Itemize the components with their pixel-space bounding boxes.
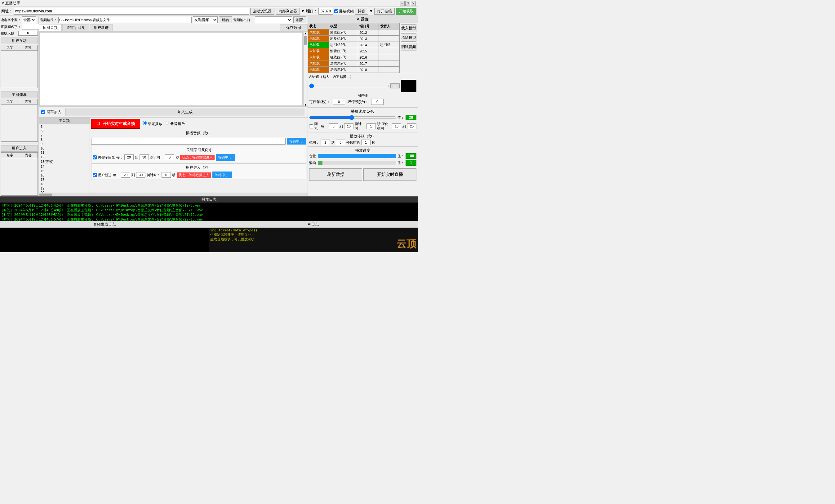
- list-item[interactable]: 15: [39, 169, 89, 173]
- main-text-area[interactable]: [39, 32, 303, 106]
- random-to-input[interactable]: [344, 123, 353, 129]
- pause-row: 范围： 到 停顿时长 秒: [309, 140, 416, 145]
- table-row[interactable]: 未加载晓依姐2代2016: [308, 54, 400, 60]
- user-waiting-button[interactable]: 等待中·。: [212, 172, 232, 178]
- table-row[interactable]: 未加载浩志弟2代2018: [308, 67, 400, 73]
- list-item[interactable]: 5: [39, 124, 89, 129]
- keyword-from-input[interactable]: [124, 155, 134, 160]
- user-enter-checkbox[interactable]: [93, 173, 97, 177]
- play-speed-slider[interactable]: [309, 115, 396, 120]
- audio-output-select[interactable]: [255, 16, 292, 23]
- inner-browser-button[interactable]: 内部浏览器: [276, 8, 300, 15]
- maximize-button[interactable]: □: [405, 1, 410, 6]
- tab-keyword-reply[interactable]: 关键字回复: [62, 24, 89, 31]
- end-play-radio[interactable]: [143, 121, 147, 125]
- keyword-checkbox[interactable]: [93, 155, 97, 159]
- h-scroll-thumb[interactable]: [39, 194, 52, 196]
- pause-to-input[interactable]: [336, 140, 345, 145]
- user-countdown-input[interactable]: [162, 172, 171, 178]
- refresh-data-button[interactable]: 刷新数据: [309, 168, 362, 181]
- start-browser-button[interactable]: 启动浏览器: [250, 8, 274, 15]
- audio-category-select[interactable]: 女鞋音频: [193, 16, 218, 23]
- list-item[interactable]: 10: [39, 146, 89, 150]
- speed-countdown-input[interactable]: [366, 123, 376, 129]
- pause-duration-input[interactable]: [361, 140, 370, 145]
- list-item[interactable]: 20: [39, 190, 89, 193]
- random-checkbox[interactable]: [309, 124, 313, 128]
- scroll-up-arrow[interactable]: ▲: [304, 32, 308, 35]
- list-item[interactable]: 13{停顿}: [39, 159, 89, 164]
- num-list[interactable]: 5678910111213{停顿}14151617181920212223: [39, 124, 89, 193]
- shield-video-checkbox[interactable]: [334, 9, 338, 13]
- insert-audio-seconds-label: 插播音频（秒）: [91, 130, 306, 137]
- list-item[interactable]: 17: [39, 177, 89, 182]
- list-item[interactable]: 14: [39, 164, 89, 169]
- user-from-input[interactable]: [121, 172, 130, 178]
- tabs-bar: 插播音频 关键字回复 用户新进 保存数据: [39, 24, 308, 32]
- close-button[interactable]: ✕: [411, 1, 416, 6]
- list-item[interactable]: 11: [39, 150, 89, 155]
- generate-button[interactable]: 加入生成: [65, 108, 305, 116]
- change-to-input[interactable]: [407, 123, 416, 129]
- table-row[interactable]: 未加载恰蕾姐2代2015: [308, 48, 400, 54]
- log-content: [时间] 2024年5月19日12时46分42秒》 正在播放主音频： C:\Us…: [0, 203, 418, 221]
- horizontal-scrollbar[interactable]: [39, 193, 308, 196]
- ai-log-title: AI日志: [209, 221, 418, 228]
- url-input[interactable]: [14, 8, 249, 15]
- can-pause-input[interactable]: [333, 99, 345, 105]
- shield-video-label[interactable]: 屏蔽视频: [334, 9, 354, 14]
- keyword-countdown-input[interactable]: [165, 155, 174, 160]
- list-item[interactable]: 9: [39, 142, 89, 146]
- audio-path-input[interactable]: [58, 17, 191, 23]
- overlay-play-radio[interactable]: [165, 121, 169, 125]
- app-title: AI直播助手: [2, 1, 399, 6]
- minimize-button[interactable]: ─: [400, 1, 405, 6]
- list-item[interactable]: 16: [39, 173, 89, 177]
- table-row[interactable]: 未加载彩玲姐2代2013: [308, 36, 400, 42]
- test-audio-button[interactable]: 测试音频: [401, 43, 416, 51]
- volume-track[interactable]: [318, 154, 396, 158]
- change-from-input[interactable]: [392, 123, 401, 129]
- list-item[interactable]: 18: [39, 182, 89, 186]
- read-name-select[interactable]: 全部: [22, 16, 36, 23]
- left-panel: 读名字个数： 全部 直播间名字： 隐藏 在线人数： 0 用户互动: [0, 16, 39, 196]
- table-row[interactable]: 未加载彩兰姐2代2012: [308, 29, 400, 36]
- tab-user-enter[interactable]: 用户新进: [89, 24, 113, 31]
- scroll-down-arrow[interactable]: ▼: [304, 103, 308, 106]
- tab-insert-audio[interactable]: 插播音频: [39, 24, 62, 31]
- refresh-audio-button[interactable]: 刷新: [293, 16, 306, 23]
- inner-browser-arrow-icon[interactable]: ▼: [301, 9, 305, 13]
- tab-save-data[interactable]: 保存数据: [280, 24, 308, 31]
- start-live-button[interactable]: 开始实时直播: [363, 168, 416, 181]
- jump-button[interactable]: 跳转: [219, 16, 232, 23]
- list-item[interactable]: 7: [39, 133, 89, 137]
- platform-arrow-icon[interactable]: ▼: [369, 9, 373, 13]
- list-item[interactable]: 19: [39, 186, 89, 190]
- ai-speed-slider[interactable]: [309, 84, 389, 88]
- open-link-button[interactable]: 打开链接: [374, 8, 395, 15]
- random-from-input[interactable]: [329, 123, 338, 129]
- table-row[interactable]: 未加载浩志弟2代2017: [308, 60, 400, 67]
- start-capture-button[interactable]: 开始获取: [396, 8, 416, 15]
- insert-waiting-button[interactable]: 等待中·。: [287, 138, 306, 144]
- list-item[interactable]: 6: [39, 129, 89, 133]
- scroll-thumb[interactable]: [304, 36, 307, 45]
- start-audio-button[interactable]: ☐开始实时生成音频: [91, 119, 140, 129]
- play-speed-title: 播放速度 1-40: [309, 109, 416, 114]
- insert-audio-input[interactable]: [91, 138, 286, 144]
- table-row[interactable]: 已加载思羽姐2代2014思羽姐: [308, 42, 400, 48]
- list-item[interactable]: 8: [39, 137, 89, 142]
- platform-button[interactable]: 抖音: [355, 8, 368, 15]
- main-scrollbar[interactable]: ▲ ▼: [303, 32, 308, 106]
- pause-from-input[interactable]: [321, 140, 330, 145]
- mix-track[interactable]: [318, 161, 396, 165]
- keyword-waiting-button[interactable]: 等待中·。: [216, 154, 235, 161]
- clear-model-button[interactable]: 清除模型: [401, 34, 416, 42]
- checkbox-row: 回车加入 加入生成: [39, 106, 308, 117]
- enter-add-checkbox[interactable]: [41, 110, 45, 114]
- user-to-input[interactable]: [136, 172, 145, 178]
- keyword-to-input[interactable]: [140, 155, 149, 160]
- list-item[interactable]: 12: [39, 155, 89, 159]
- load-model-button[interactable]: 载入模型: [401, 24, 416, 32]
- segment-pause-input[interactable]: [371, 99, 384, 105]
